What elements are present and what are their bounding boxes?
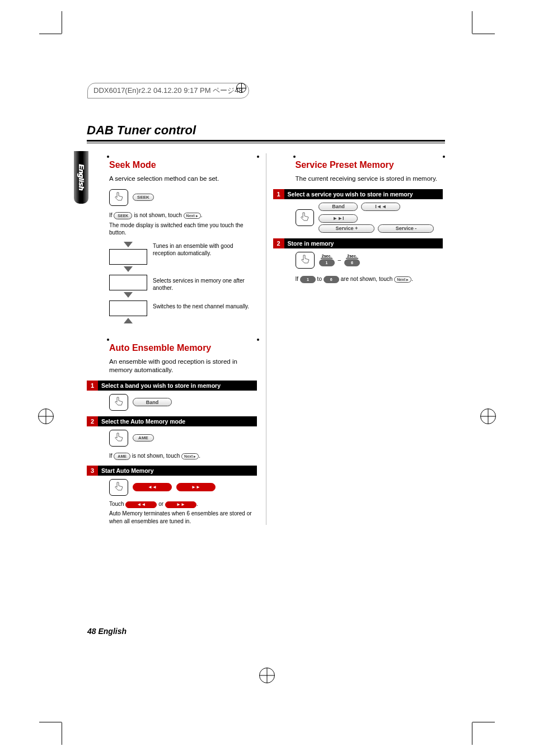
forward-button[interactable]: ►► [176, 483, 216, 491]
auto-memory-note: Auto Memory terminates when 6 ensembles … [109, 510, 257, 525]
slugline: DDX6017(En)r2.2 04.12.20 9:17 PM ページ48 [87, 83, 249, 98]
seek-mode-heading: Seek Mode [109, 160, 257, 170]
step-1-bar: 1 Select a band you wish to store in mem… [87, 381, 257, 391]
language-tab-label: English [77, 165, 86, 191]
step-3-bar: 3 Start Auto Memory [87, 466, 257, 476]
seek-if-note: If SEEK is not shown, touch Next ▸. [109, 212, 257, 219]
preset-if-note: If 1 to 6 are not shown, touch Next ▸. [296, 275, 443, 283]
mode-display-box [109, 249, 147, 265]
preset-memory-intro: The current receiving service is stored … [296, 175, 443, 184]
auto-ensemble-heading: Auto Ensemble Memory [109, 343, 257, 353]
registration-mark-bottom [259, 668, 275, 683]
ame-if-note: If AME is not shown, touch Next ▸. [109, 452, 257, 460]
preset-6-button[interactable]: 6 [344, 259, 360, 266]
preset-1-small[interactable]: 1 [300, 276, 316, 283]
registration-mark-left [38, 408, 54, 424]
auto-touch-note: Touch ◄◄ or ►►. [109, 500, 257, 508]
mode-1-desc: Tunes in an ensemble with good reception… [153, 240, 257, 257]
page-footer: 48 English [87, 627, 127, 636]
page-title: DAB Tuner control [87, 123, 445, 142]
mode-3-desc: Switches to the next channel manually. [153, 300, 257, 310]
next-button[interactable]: Next ▸ [184, 213, 201, 219]
registration-mark-right [480, 408, 496, 424]
preset-6-small[interactable]: 6 [324, 276, 339, 283]
service-plus-button[interactable]: Service + [318, 224, 374, 233]
ame-button-small[interactable]: AME [114, 453, 130, 460]
touch-icon [109, 189, 128, 206]
preset-step-2-bar: 2 Store in memory [273, 238, 443, 248]
seek-button-small[interactable]: SEEK [114, 212, 132, 219]
seek-switch-note: The mode display is switched each time y… [109, 222, 257, 237]
slug-registration-icon [236, 83, 246, 93]
forward-button-small[interactable]: ►► [165, 501, 196, 508]
touch-icon [109, 479, 128, 496]
seek-mode-intro: A service selection method can be set. [109, 175, 257, 184]
touch-icon [296, 252, 315, 269]
band-button[interactable]: Band [133, 398, 172, 406]
rewind-button[interactable]: ◄◄ [133, 483, 172, 491]
preset-1-button[interactable]: 1 [319, 259, 335, 266]
ame-button[interactable]: AME [133, 434, 154, 442]
rewind-button-small[interactable]: ◄◄ [125, 501, 157, 508]
band-button[interactable]: Band [318, 203, 358, 211]
preset-step-1-bar: 1 Select a service you wish to store in … [273, 189, 443, 199]
mode-display-box [109, 275, 147, 290]
track-next-button[interactable]: ►►I [318, 214, 358, 223]
step-2-bar: 2 Select the Auto Memory mode [87, 416, 257, 426]
touch-icon [109, 394, 128, 411]
hold-2sec-label: 2sec. [321, 254, 333, 259]
next-button[interactable]: Next ▸ [181, 453, 199, 459]
track-prev-button[interactable]: I◄◄ [361, 203, 400, 211]
next-button[interactable]: Next ▸ [394, 276, 411, 283]
service-minus-button[interactable]: Service - [378, 224, 434, 233]
preset-memory-heading: Service Preset Memory [296, 160, 443, 170]
hold-2sec-label: 2sec. [346, 254, 358, 259]
auto-ensemble-intro: An ensemble with good reception is store… [109, 358, 257, 375]
touch-icon [296, 209, 315, 226]
mode-display-box [109, 300, 147, 316]
touch-icon [109, 430, 128, 447]
mode-2-desc: Selects services in memory one after ano… [153, 275, 257, 292]
seek-button[interactable]: SEEK [133, 194, 154, 201]
